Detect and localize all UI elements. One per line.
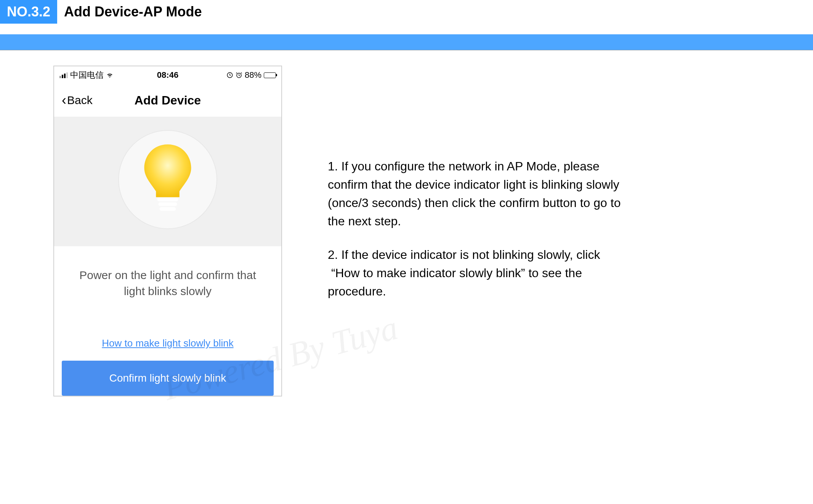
- description-panel: 1. If you configure the network in AP Mo…: [328, 66, 625, 396]
- orientation-lock-icon: [226, 72, 233, 79]
- wifi-icon: [106, 71, 114, 79]
- battery-percent: 88%: [245, 70, 261, 80]
- back-button[interactable]: ‹ Back: [62, 92, 93, 108]
- signal-icon: [59, 72, 68, 78]
- content-area: 中国电信 08:46 88%: [0, 50, 813, 396]
- status-right-group: 88%: [226, 70, 276, 80]
- bulb-circle: [118, 130, 217, 229]
- svg-rect-3: [158, 202, 177, 206]
- status-time: 08:46: [157, 70, 178, 80]
- carrier-label: 中国电信: [70, 69, 104, 81]
- phone-nav-bar: ‹ Back Add Device: [54, 84, 281, 117]
- section-number-badge: NO.3.2: [0, 0, 57, 24]
- status-left-group: 中国电信: [59, 69, 114, 81]
- divider-bar: [0, 34, 813, 50]
- svg-rect-4: [159, 207, 176, 210]
- chevron-left-icon: ‹: [62, 92, 66, 108]
- description-text: 1. If you configure the network in AP Mo…: [328, 157, 625, 300]
- battery-icon: [264, 72, 276, 78]
- back-label: Back: [67, 94, 93, 107]
- phone-screenshot: 中国电信 08:46 88%: [53, 66, 282, 396]
- nav-title: Add Device: [135, 93, 201, 108]
- bulb-illustration-area: [54, 117, 281, 246]
- help-link[interactable]: How to make light slowly blink: [54, 315, 281, 361]
- header-section: NO.3.2 Add Device-AP Mode: [0, 0, 813, 24]
- alarm-icon: [236, 72, 242, 79]
- confirm-button[interactable]: Confirm light slowly blink: [62, 361, 274, 396]
- description-para-2: 2. If the device indicator is not blinki…: [328, 246, 625, 300]
- description-para-1: 1. If you configure the network in AP Mo…: [328, 157, 625, 230]
- section-title: Add Device-AP Mode: [64, 4, 202, 20]
- svg-rect-2: [157, 198, 178, 201]
- lightbulb-icon: [137, 141, 198, 218]
- instruction-text: Power on the light and confirm that ligh…: [54, 246, 281, 315]
- phone-status-bar: 中国电信 08:46 88%: [54, 66, 281, 84]
